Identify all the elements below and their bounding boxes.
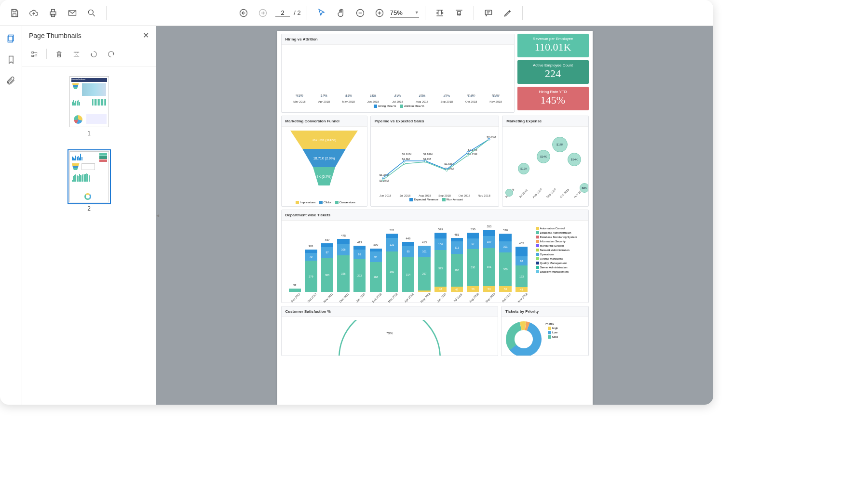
svg-rect-13: [31, 55, 33, 56]
thumbnail-list: Executive Dashboard 1: [22, 66, 156, 405]
attachments-tab-icon[interactable]: [2, 72, 20, 90]
page-total-label: / 2: [294, 9, 300, 16]
page-content: Hiring vs Attrition 12.5%4.1%Mar 20188.8…: [277, 31, 593, 405]
organize-pages-icon[interactable]: [69, 47, 83, 61]
department-tickets-widget: Department wise Tickets 32Sep 2017279703…: [281, 210, 589, 303]
next-page-icon[interactable]: [254, 4, 271, 22]
main-area: Page Thumbnails ✕ Executive Dashboard: [0, 26, 713, 405]
chart-legend: Priority HighLowMed: [543, 320, 560, 341]
widget-title: Marketing Expense: [502, 116, 588, 127]
divider: [522, 6, 523, 20]
svg-text:$1.8M: $1.8M: [402, 158, 409, 160]
chart-legend: Impressions Clicks Conversions: [282, 199, 367, 206]
comment-icon[interactable]: [480, 4, 497, 22]
svg-point-35: [403, 160, 405, 162]
chart-legend: Expected Revenue Won Amount: [374, 197, 496, 202]
rotate-left-icon[interactable]: [86, 47, 101, 61]
email-icon[interactable]: [64, 4, 81, 22]
highlight-icon[interactable]: [499, 4, 516, 22]
svg-text:$1.91M: $1.91M: [423, 153, 433, 156]
kpi-card: Revenue per Employee110.01K: [517, 34, 589, 57]
kpi-card: Active Employee Count224: [517, 60, 589, 84]
hiring-vs-attrition-widget: Hiring vs Attrition 12.5%4.1%Mar 20188.8…: [281, 34, 515, 113]
thumbnail-label: 1: [87, 130, 91, 137]
svg-text:$1.91M: $1.91M: [402, 153, 411, 156]
widget-title: Hiring vs Attrition: [282, 34, 514, 45]
donut-chart: [504, 320, 543, 356]
print-icon[interactable]: [44, 4, 62, 22]
svg-point-41: [403, 163, 405, 165]
chart-legend: Hiring Rate % Attrition Rate %: [285, 103, 511, 109]
svg-point-43: [446, 170, 448, 172]
svg-point-40: [382, 179, 384, 181]
zoom-select[interactable]: 75%▼: [390, 8, 419, 18]
widget-title: Pipeline vs Expected Sales: [371, 116, 499, 127]
document-viewport[interactable]: Hiring vs Attrition 12.5%4.1%Mar 20188.8…: [156, 26, 713, 405]
divider: [425, 6, 425, 20]
marketing-expense-widget: Marketing Expense Jun 2018Jul 2018Aug 20…: [502, 116, 588, 207]
customer-satisfaction-widget: Customer Satisfaction % 79%: [281, 306, 499, 356]
svg-text:$1.9M: $1.9M: [423, 158, 431, 160]
hand-tool-icon[interactable]: [332, 4, 350, 22]
svg-rect-1: [52, 9, 55, 12]
fit-width-icon[interactable]: [431, 4, 448, 22]
thumb-options-icon[interactable]: [27, 47, 41, 61]
marketing-funnel-widget: Marketing Conversion Funnel 367.35K (100…: [281, 116, 367, 207]
bookmarks-tab-icon[interactable]: [2, 51, 20, 68]
chart-legend: Automation ControlDatabase Administratio…: [531, 224, 585, 300]
svg-rect-12: [31, 52, 33, 53]
widget-title: Customer Satisfaction %: [282, 306, 498, 317]
thumbnail-panel: Page Thumbnails ✕ Executive Dashboard: [22, 26, 156, 405]
svg-rect-0: [50, 12, 56, 15]
svg-text:$2.63M: $2.63M: [487, 136, 496, 139]
divider: [307, 6, 307, 20]
gauge-chart: [326, 320, 453, 356]
zoom-out-icon[interactable]: [352, 4, 369, 22]
prev-page-icon[interactable]: [235, 4, 252, 22]
thumbnails-tab-icon[interactable]: [2, 30, 20, 47]
svg-point-4: [88, 10, 93, 14]
tickets-priority-widget: Tickets by Priority Priority HighLowMed: [501, 306, 588, 356]
side-tabs: [0, 26, 22, 405]
svg-point-34: [382, 177, 384, 179]
rotate-right-icon[interactable]: [104, 47, 118, 61]
thumbnail-panel-title: Page Thumbnails: [29, 32, 81, 40]
svg-rect-9: [485, 10, 491, 14]
svg-point-39: [488, 138, 490, 140]
widget-title: Marketing Conversion Funnel: [282, 116, 367, 127]
svg-rect-2: [52, 14, 55, 16]
search-icon[interactable]: [83, 4, 100, 22]
kpi-card: Hiring Rate YTD145%: [517, 87, 589, 110]
zoom-in-icon[interactable]: [371, 4, 388, 22]
pipeline-chart: $2.63M $2.23M $2.15M $1.91M $1.8M $1.91M…: [374, 130, 496, 192]
svg-point-38: [467, 151, 469, 153]
pointer-tool-icon[interactable]: [313, 4, 330, 22]
svg-point-44: [467, 154, 469, 156]
widget-title: Tickets by Priority: [502, 306, 588, 317]
svg-point-42: [424, 161, 426, 163]
divider: [46, 49, 47, 59]
cs-value: 79%: [386, 331, 393, 335]
delete-page-icon[interactable]: [52, 47, 66, 61]
pipeline-widget: Pipeline vs Expected Sales $2.63M $2.23M…: [370, 116, 500, 207]
divider: [106, 6, 107, 20]
divider: [474, 6, 474, 20]
collapse-panel-icon[interactable]: [156, 206, 160, 225]
widget-title: Department wise Tickets: [282, 210, 588, 221]
close-panel-icon[interactable]: ✕: [143, 31, 149, 40]
toolbar: / 2 75%▼: [0, 0, 713, 26]
fit-page-icon[interactable]: [450, 4, 468, 22]
thumbnail-label: 2: [87, 205, 91, 212]
save-icon[interactable]: [6, 4, 23, 22]
thumbnail-page-1[interactable]: Executive Dashboard 1: [69, 76, 109, 137]
cloud-upload-icon[interactable]: [25, 4, 42, 22]
page-number-input[interactable]: [275, 9, 290, 17]
thumbnail-page-2[interactable]: 2: [69, 151, 109, 212]
